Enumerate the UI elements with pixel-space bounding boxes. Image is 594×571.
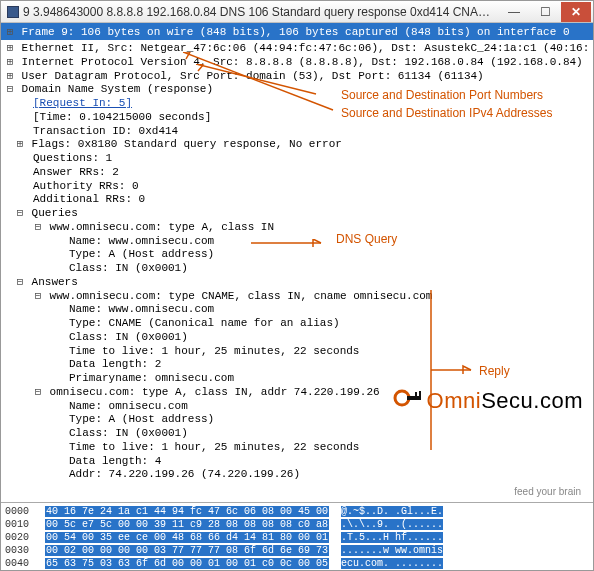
hex-bytes[interactable]: 00 02 00 00 00 00 03 77 77 77 08 6f 6d 6… — [45, 545, 329, 556]
query-name: Name: www.omnisecu.com — [5, 235, 589, 249]
hex-ascii: @.~$..D. .Gl...E. — [341, 506, 443, 517]
questions-row: Questions: 1 — [5, 152, 589, 166]
hex-offset: 0030 — [5, 544, 39, 557]
hex-ascii: .\.\..9. .(...... — [341, 519, 443, 530]
hex-bytes[interactable]: 65 63 75 03 63 6f 6d 00 00 01 00 01 c0 0… — [45, 558, 329, 569]
window-titlebar: 9 3.948643000 8.8.8.8 192.168.0.84 DNS 1… — [1, 1, 593, 23]
logo-brand2: Secu — [481, 388, 533, 413]
expand-icon[interactable]: ⊞ — [5, 42, 15, 56]
minimize-button[interactable]: — — [499, 2, 529, 22]
ans1-summary[interactable]: www.omnisecu.com: type CNAME, class IN, … — [50, 290, 433, 302]
txid-row: Transaction ID: 0xd414 — [5, 125, 589, 139]
hex-offset: 0010 — [5, 518, 39, 531]
expand-icon[interactable]: ⊞ — [5, 70, 15, 84]
ans1-pname: Primaryname: omnisecu.com — [5, 372, 589, 386]
ans1-class: Class: IN (0x0001) — [5, 331, 589, 345]
ans2-class: Class: IN (0x0001) — [5, 427, 589, 441]
hex-ascii: .......w ww.omnis — [341, 545, 443, 556]
dns-root[interactable]: Domain Name System (response) — [22, 83, 213, 95]
ans1-ttl: Time to live: 1 hour, 25 minutes, 22 sec… — [5, 345, 589, 359]
key-icon — [393, 387, 423, 413]
ans2-summary[interactable]: omnisecu.com: type A, class IN, addr 74.… — [50, 386, 380, 398]
maximize-button[interactable]: ☐ — [530, 2, 560, 22]
collapse-icon[interactable]: ⊟ — [5, 83, 15, 97]
expand-icon[interactable]: ⊞ — [5, 56, 15, 70]
additional-rrs-row: Additional RRs: 0 — [5, 193, 589, 207]
hex-bytes[interactable]: 40 16 7e 24 1a c1 44 94 fc 47 6c 06 08 0… — [45, 506, 329, 517]
collapse-icon[interactable]: ⊟ — [33, 386, 43, 400]
query-summary[interactable]: www.omnisecu.com: type A, class IN — [50, 221, 274, 233]
queries-header[interactable]: Queries — [32, 207, 78, 219]
hex-offset: 0020 — [5, 531, 39, 544]
svg-rect-1 — [407, 396, 421, 400]
logo-brand1: Omni — [427, 388, 482, 413]
query-type: Type: A (Host address) — [5, 248, 589, 262]
expand-icon[interactable]: ⊞ — [5, 25, 15, 38]
udp-row[interactable]: User Datagram Protocol, Src Port: domain… — [22, 70, 484, 82]
ans1-type: Type: CNAME (Canonical name for an alias… — [5, 317, 589, 331]
frame-summary-row[interactable]: ⊞ Frame 9: 106 bytes on wire (848 bits),… — [1, 23, 593, 40]
ip-row[interactable]: Internet Protocol Version 4, Src: 8.8.8.… — [22, 56, 583, 68]
ans2-ttl: Time to live: 1 hour, 25 minutes, 22 sec… — [5, 441, 589, 455]
hex-offset: 0000 — [5, 505, 39, 518]
hex-bytes[interactable]: 00 5c e7 5c 00 00 39 11 c9 28 08 08 08 0… — [45, 519, 329, 530]
answers-header[interactable]: Answers — [32, 276, 78, 288]
authority-rrs-row: Authority RRs: 0 — [5, 180, 589, 194]
collapse-icon[interactable]: ⊟ — [33, 221, 43, 235]
hex-offset: 0040 — [5, 557, 39, 570]
svg-rect-2 — [415, 392, 417, 396]
hex-pane[interactable]: 0000 40 16 7e 24 1a c1 44 94 fc 47 6c 06… — [1, 502, 593, 570]
hex-bytes[interactable]: 00 54 00 35 ee ce 00 48 68 66 d4 14 81 8… — [45, 532, 329, 543]
collapse-icon[interactable]: ⊟ — [15, 207, 25, 221]
logo-suffix: .com — [533, 388, 583, 413]
hex-ascii: ecu.com. ........ — [341, 558, 443, 569]
ans1-name: Name: www.omnisecu.com — [5, 303, 589, 317]
request-in-link[interactable]: [Request In: 5] — [33, 97, 132, 109]
close-button[interactable]: ✕ — [561, 2, 591, 22]
ans1-dlen: Data length: 2 — [5, 358, 589, 372]
brand-logo: OmniSecu.com — [393, 387, 583, 415]
query-class: Class: IN (0x0001) — [5, 262, 589, 276]
packet-details-pane[interactable]: ⊞ Ethernet II, Src: Netgear_47:6c:06 (44… — [1, 40, 593, 500]
time-row: [Time: 0.104215000 seconds] — [5, 111, 589, 125]
answer-rrs-row: Answer RRs: 2 — [5, 166, 589, 180]
flags-row[interactable]: Flags: 0x8180 Standard query response, N… — [32, 138, 342, 150]
window-title: 9 3.948643000 8.8.8.8 192.168.0.84 DNS 1… — [23, 5, 498, 19]
frame-summary-text: Frame 9: 106 bytes on wire (848 bits), 1… — [22, 26, 570, 38]
ans2-type: Type: A (Host address) — [5, 413, 589, 427]
hex-ascii: .T.5...H hf...... — [341, 532, 443, 543]
svg-rect-3 — [419, 391, 421, 396]
svg-point-0 — [395, 391, 409, 405]
ethernet-row[interactable]: Ethernet II, Src: Netgear_47:6c:06 (44:9… — [22, 42, 590, 54]
logo-tagline: feed your brain — [514, 486, 581, 499]
app-icon — [7, 6, 19, 18]
ans2-dlen: Data length: 4 — [5, 455, 589, 469]
collapse-icon[interactable]: ⊟ — [15, 276, 25, 290]
ans2-addr: Addr: 74.220.199.26 (74.220.199.26) — [5, 468, 589, 482]
collapse-icon[interactable]: ⊟ — [33, 290, 43, 304]
expand-icon[interactable]: ⊞ — [15, 138, 25, 152]
